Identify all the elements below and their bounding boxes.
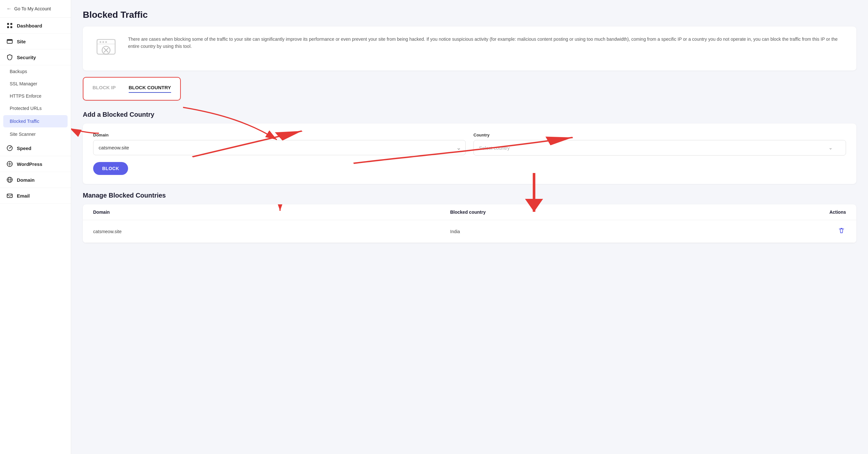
site-icon bbox=[6, 38, 13, 44]
sidebar-item-backups[interactable]: Backups bbox=[0, 65, 71, 77]
sidebar-item-dashboard[interactable]: Dashboard bbox=[0, 18, 71, 34]
sidebar-item-protected-urls[interactable]: Protected URLs bbox=[0, 102, 71, 115]
sidebar-item-email[interactable]: Email bbox=[0, 188, 71, 204]
country-chevron-icon: ⌄ bbox=[829, 145, 833, 151]
tab-block-ip[interactable]: BLOCK IP bbox=[92, 85, 116, 93]
main-content: Blocked Traffic There are cases when blo… bbox=[71, 0, 868, 454]
protected-urls-label: Protected URLs bbox=[10, 106, 42, 111]
security-label: Security bbox=[17, 55, 36, 60]
speed-icon bbox=[6, 145, 13, 151]
tabs-row: BLOCK IP BLOCK COUNTRY bbox=[92, 85, 171, 93]
page-title: Blocked Traffic bbox=[83, 10, 856, 20]
col-header-blocked-country: Blocked country bbox=[450, 209, 807, 215]
blocked-traffic-icon-wrap bbox=[93, 36, 119, 61]
site-scanner-label: Site Scanner bbox=[10, 132, 36, 137]
col-header-domain: Domain bbox=[93, 209, 450, 215]
domain-select-wrap: catsmeow.site ⌄ bbox=[93, 140, 466, 155]
domain-group: Domain catsmeow.site ⌄ bbox=[93, 133, 466, 156]
backups-label: Backups bbox=[10, 69, 27, 74]
domain-select[interactable]: catsmeow.site bbox=[93, 140, 466, 155]
svg-rect-2 bbox=[7, 26, 9, 28]
https-label: HTTPS Enforce bbox=[10, 93, 41, 99]
col-header-actions: Actions bbox=[807, 209, 846, 215]
domain-icon bbox=[6, 176, 13, 183]
dashboard-icon bbox=[6, 22, 13, 29]
table-header: Domain Blocked country Actions bbox=[83, 204, 856, 220]
sidebar-item-security[interactable]: Security bbox=[0, 50, 71, 65]
add-blocked-country-title: Add a Blocked Country bbox=[83, 111, 856, 118]
speed-label: Speed bbox=[17, 145, 31, 151]
back-label: Go To My Account bbox=[14, 6, 51, 11]
info-text: There are cases when blocking some of th… bbox=[128, 36, 846, 50]
country-select-wrap[interactable]: Select country ⌄ bbox=[473, 140, 846, 156]
block-button[interactable]: BLOCK bbox=[93, 162, 128, 175]
site-label: Site bbox=[17, 39, 26, 44]
svg-rect-0 bbox=[7, 23, 9, 25]
dashboard-label: Dashboard bbox=[17, 23, 42, 28]
sidebar-item-wordpress[interactable]: WordPress bbox=[0, 156, 71, 172]
ssl-label: SSL Manager bbox=[10, 81, 37, 86]
domain-label: Domain bbox=[93, 133, 466, 137]
svg-rect-3 bbox=[10, 26, 12, 28]
svg-rect-5 bbox=[7, 39, 12, 41]
country-placeholder: Select country bbox=[479, 145, 510, 151]
svg-point-16 bbox=[105, 41, 107, 43]
sidebar-item-domain[interactable]: Domain bbox=[0, 172, 71, 188]
manage-blocked-countries-title: Manage Blocked Countries bbox=[83, 192, 856, 199]
svg-point-7 bbox=[9, 148, 10, 149]
tabs-card: BLOCK IP BLOCK COUNTRY bbox=[83, 77, 181, 101]
blocked-countries-table: Domain Blocked country Actions catsmeow.… bbox=[83, 204, 856, 243]
country-group: Country Select country ⌄ bbox=[473, 133, 846, 156]
email-label: Email bbox=[17, 193, 30, 199]
sidebar: ← Go To My Account Dashboard Site Securi… bbox=[0, 0, 71, 454]
row-actions bbox=[807, 226, 846, 237]
sidebar-item-speed[interactable]: Speed bbox=[0, 140, 71, 156]
tab-block-country[interactable]: BLOCK COUNTRY bbox=[129, 85, 171, 93]
svg-point-15 bbox=[102, 41, 104, 43]
sidebar-item-site-scanner[interactable]: Site Scanner bbox=[0, 128, 71, 140]
blocked-traffic-label: Blocked Traffic bbox=[10, 119, 39, 124]
email-icon bbox=[6, 192, 13, 199]
domain-label: Domain bbox=[17, 177, 35, 183]
info-card: There are cases when blocking some of th… bbox=[83, 27, 856, 70]
sidebar-item-blocked-traffic[interactable]: Blocked Traffic bbox=[3, 115, 68, 127]
wordpress-icon bbox=[6, 161, 13, 167]
row-domain: catsmeow.site bbox=[93, 229, 450, 234]
svg-rect-11 bbox=[7, 194, 12, 198]
add-country-form-card: Domain catsmeow.site ⌄ Country Select co… bbox=[83, 124, 856, 184]
sidebar-item-site[interactable]: Site bbox=[0, 34, 71, 50]
country-label: Country bbox=[473, 133, 846, 137]
sidebar-item-ssl[interactable]: SSL Manager bbox=[0, 77, 71, 90]
security-icon bbox=[6, 54, 13, 61]
sidebar-item-https[interactable]: HTTPS Enforce bbox=[0, 90, 71, 102]
back-arrow-icon: ← bbox=[6, 6, 12, 12]
wordpress-label: WordPress bbox=[17, 161, 42, 167]
blocked-traffic-icon bbox=[95, 37, 117, 60]
row-country: India bbox=[450, 229, 807, 234]
svg-rect-1 bbox=[10, 23, 12, 25]
trash-icon bbox=[838, 227, 845, 234]
svg-point-14 bbox=[100, 41, 101, 43]
form-row: Domain catsmeow.site ⌄ Country Select co… bbox=[93, 133, 846, 156]
back-link[interactable]: ← Go To My Account bbox=[0, 0, 71, 18]
table-row: catsmeow.site India bbox=[83, 220, 856, 243]
country-select[interactable]: Select country ⌄ bbox=[473, 140, 846, 156]
delete-button[interactable] bbox=[837, 226, 846, 237]
